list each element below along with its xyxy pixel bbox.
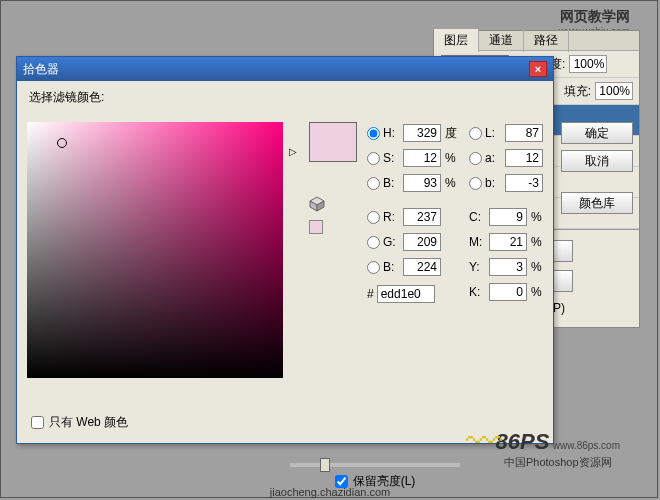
g-radio[interactable] [367, 236, 380, 249]
swoosh-icon: 〰 [466, 421, 502, 463]
bottom-watermark: jiaocheng.chazidian.com [270, 486, 390, 498]
close-icon[interactable]: × [529, 61, 547, 77]
slider-thumb-icon[interactable] [320, 458, 330, 472]
tab-paths[interactable]: 路径 [524, 29, 569, 52]
s-input[interactable] [403, 149, 441, 167]
g-input[interactable] [403, 233, 441, 251]
k-input[interactable] [489, 283, 527, 301]
r-input[interactable] [403, 208, 441, 226]
bv-input[interactable] [403, 174, 441, 192]
fill-input[interactable] [595, 82, 633, 100]
s-radio[interactable] [367, 152, 380, 165]
r-radio[interactable] [367, 211, 380, 224]
fill-label: 填充: [564, 83, 591, 100]
density-slider[interactable] [290, 463, 460, 467]
select-color-label: 选择滤镜颜色: [29, 89, 541, 106]
lab-b-radio[interactable] [469, 177, 482, 190]
a-radio[interactable] [469, 152, 482, 165]
b-input[interactable] [403, 258, 441, 276]
color-preview-swatch[interactable] [309, 122, 357, 162]
picker-cancel-button[interactable]: 取消 [561, 150, 633, 172]
web-only-label: 只有 Web 颜色 [49, 414, 128, 431]
titlebar[interactable]: 拾色器 × [17, 57, 553, 81]
color-field[interactable] [27, 122, 283, 378]
a-input[interactable] [505, 149, 543, 167]
color-cursor-icon [57, 138, 67, 148]
tab-channels[interactable]: 通道 [479, 29, 524, 52]
bv-radio[interactable] [367, 177, 380, 190]
h-radio[interactable] [367, 127, 380, 140]
dialog-title: 拾色器 [23, 61, 59, 78]
tab-layers[interactable]: 图层 [434, 29, 479, 52]
hex-input[interactable] [377, 285, 435, 303]
opacity-input[interactable] [569, 55, 607, 73]
b-radio[interactable] [367, 261, 380, 274]
color-libs-button[interactable]: 颜色库 [561, 192, 633, 214]
cube-icon [309, 196, 325, 212]
c-input[interactable] [489, 208, 527, 226]
h-input[interactable] [403, 124, 441, 142]
picker-ok-button[interactable]: 确定 [561, 122, 633, 144]
color-picker-dialog: 拾色器 × 选择滤镜颜色: ▷ H:度 S:% B:% R: G: [16, 56, 554, 444]
l-input[interactable] [505, 124, 543, 142]
lab-b-input[interactable] [505, 174, 543, 192]
l-radio[interactable] [469, 127, 482, 140]
watermark-top: 网页教学网 [560, 8, 630, 26]
web-only-checkbox[interactable] [31, 416, 44, 429]
y-input[interactable] [489, 258, 527, 276]
m-input[interactable] [489, 233, 527, 251]
logo-86ps: 〰 86PS www.86ps.com 中国Photoshop资源网 [496, 429, 620, 470]
layers-tabs: 图层 通道 路径 [434, 31, 639, 51]
small-swatch[interactable] [309, 220, 323, 234]
hue-indicator-icon: ▷ [289, 146, 297, 157]
